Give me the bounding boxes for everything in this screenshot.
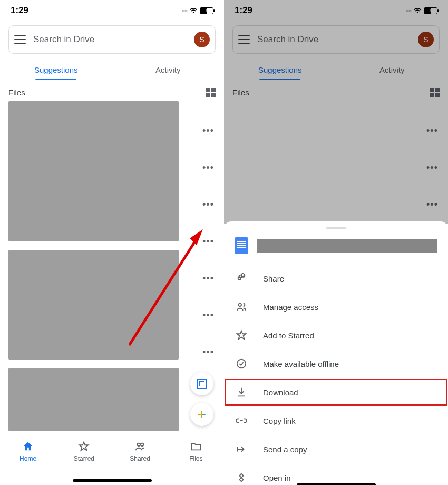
avatar[interactable]: S [418, 32, 434, 47]
share-icon [236, 273, 247, 284]
search-bar[interactable]: Search in Drive S [8, 25, 216, 54]
svg-point-3 [237, 360, 246, 368]
people-icon [236, 301, 247, 313]
offline-icon [236, 358, 247, 370]
phone-left: 1:29 •••• 53 Search in Drive S Suggestio… [0, 0, 224, 485]
status-right: •••• 53 [182, 7, 213, 14]
wifi-icon [189, 7, 198, 14]
files-label: Files [8, 88, 25, 97]
more-icon[interactable]: ••• [427, 125, 437, 136]
more-icon[interactable]: ••• [203, 162, 213, 173]
files-label: Files [232, 88, 249, 97]
tabs: Suggestions Activity [0, 59, 224, 80]
cellular-dots-icon: •••• [406, 8, 411, 14]
doc-icon [235, 237, 248, 254]
add-fab[interactable]: + [190, 403, 213, 426]
send-icon [236, 443, 247, 455]
cellular-dots-icon: •••• [182, 8, 187, 14]
status-bar: 1:29 •••• 53 [224, 0, 448, 18]
sheet-download[interactable]: Download [224, 378, 448, 406]
sheet-send-copy[interactable]: Send a copy [224, 435, 448, 463]
nav-home[interactable]: Home [0, 440, 56, 485]
plus-icon: + [198, 406, 206, 423]
files-header: Files [0, 80, 224, 101]
sheet-share[interactable]: Share [224, 264, 448, 293]
file-thumbnail[interactable] [8, 250, 179, 360]
phone-right: 1:29 •••• 53 Search in Drive S Suggestio… [224, 0, 448, 485]
tabs: Suggestions Activity [224, 59, 448, 80]
search-input[interactable]: Search in Drive [257, 34, 411, 45]
nav-files[interactable]: Files [168, 440, 224, 485]
sheet-copy-link[interactable]: Copy link [224, 406, 448, 435]
scan-icon [197, 379, 207, 389]
sheet-handle-icon[interactable] [326, 227, 346, 229]
menu-icon[interactable] [14, 35, 26, 44]
files-header: Files [224, 80, 448, 101]
more-icon[interactable]: ••• [203, 125, 213, 136]
sheet-offline[interactable]: Make available offline [224, 350, 448, 378]
more-icon[interactable]: ••• [427, 199, 437, 210]
search-input[interactable]: Search in Drive [33, 34, 187, 45]
folder-icon [190, 440, 202, 453]
status-time: 1:29 [11, 5, 28, 16]
doc-title-redacted [257, 239, 437, 253]
avatar[interactable]: S [194, 32, 210, 47]
people-icon [134, 440, 147, 453]
bottom-sheet: Share Manage access Add to Starred Make … [224, 221, 448, 485]
grid-view-icon[interactable] [206, 88, 216, 97]
more-icon[interactable]: ••• [203, 347, 213, 357]
star-icon [77, 440, 90, 453]
more-icon[interactable]: ••• [427, 162, 437, 173]
sheet-open-in[interactable]: Open in [224, 463, 448, 485]
tab-activity[interactable]: Activity [336, 59, 449, 80]
scan-fab[interactable] [190, 372, 213, 395]
home-indicator [73, 479, 152, 482]
battery-icon: 53 [424, 7, 437, 14]
file-thumbnail[interactable] [8, 101, 179, 241]
file-list [0, 101, 187, 431]
more-icon[interactable]: ••• [203, 273, 213, 284]
file-thumbnail[interactable] [8, 368, 179, 431]
menu-icon[interactable] [238, 35, 250, 44]
open-in-icon [236, 472, 247, 483]
status-time: 1:29 [235, 5, 252, 16]
battery-icon: 53 [200, 7, 213, 14]
nav-shared[interactable]: Shared [112, 440, 168, 485]
sheet-add-starred[interactable]: Add to Starred [224, 321, 448, 350]
status-bar: 1:29 •••• 53 [0, 0, 224, 18]
download-icon [236, 386, 247, 398]
status-right: •••• 53 [406, 7, 437, 14]
bottom-nav: Home Starred Shared Files [0, 436, 224, 485]
link-icon [236, 415, 247, 426]
more-icon[interactable]: ••• [203, 310, 213, 321]
tab-suggestions[interactable]: Suggestions [0, 59, 112, 80]
home-icon [22, 440, 34, 453]
svg-marker-1 [190, 229, 203, 245]
search-bar[interactable]: Search in Drive S [232, 25, 440, 54]
tab-activity[interactable]: Activity [112, 59, 225, 80]
more-icon[interactable]: ••• [203, 199, 213, 210]
svg-point-2 [239, 275, 242, 278]
grid-view-icon[interactable] [430, 88, 440, 97]
more-icon[interactable]: ••• [203, 236, 213, 247]
wifi-icon [413, 7, 422, 14]
nav-starred[interactable]: Starred [56, 440, 112, 485]
sheet-header [224, 235, 448, 264]
star-icon [236, 329, 247, 341]
sheet-manage-access[interactable]: Manage access [224, 293, 448, 321]
tab-suggestions[interactable]: Suggestions [224, 59, 336, 80]
